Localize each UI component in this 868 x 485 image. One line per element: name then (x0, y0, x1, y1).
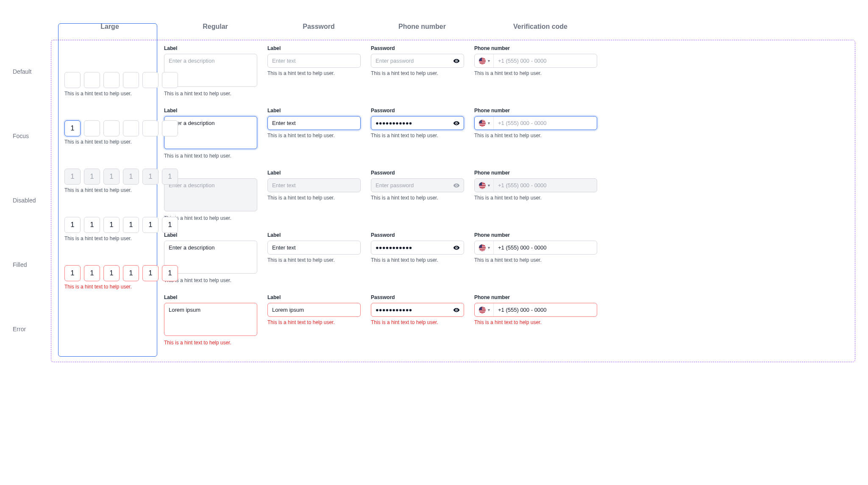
hint: This is a hint text to help user. (474, 133, 597, 139)
otp-box[interactable] (142, 72, 159, 88)
otp-box[interactable] (103, 217, 120, 233)
otp-box[interactable] (84, 72, 100, 88)
password-input[interactable] (371, 241, 464, 255)
hint: This is a hint text to help user. (371, 133, 464, 139)
regular-input[interactable] (267, 54, 361, 68)
chevron-down-icon: ▾ (488, 121, 490, 125)
spec-grid: Label This is a hint text to help user. … (51, 40, 855, 362)
otp-disabled: This is a hint text to help user. (64, 161, 151, 209)
hint: This is a hint text to help user. (164, 340, 257, 346)
otp-box[interactable] (162, 265, 178, 281)
large-focus: Label This is a hint text to help user. (164, 103, 257, 165)
verification-column: This is a hint text to help user. This i… (58, 23, 157, 357)
otp-box[interactable] (162, 120, 178, 136)
hint: This is a hint text to help user. (474, 257, 597, 263)
hint: This is a hint text to help user. (64, 139, 151, 145)
country-code-selector[interactable]: ▾ (475, 303, 494, 316)
regular-input[interactable] (267, 116, 361, 130)
field-label: Label (164, 294, 257, 300)
otp-box[interactable] (64, 217, 81, 233)
large-textarea[interactable] (164, 241, 257, 274)
row-label-disabled: Disabled (13, 169, 51, 224)
hint: This is a hint text to help user. (64, 91, 151, 97)
otp-box[interactable] (84, 265, 100, 281)
field-label: Phone number (474, 45, 597, 51)
regular-input[interactable] (267, 303, 361, 317)
hint: This is a hint text to help user. (474, 319, 597, 325)
hint: This is a hint text to help user. (164, 153, 257, 159)
otp-box[interactable] (84, 217, 100, 233)
hint: This is a hint text to help user. (267, 70, 361, 76)
phone-error: Phone number ▾ This is a hint text to he… (474, 289, 597, 352)
field-label: Label (267, 45, 361, 51)
eye-icon[interactable] (453, 307, 460, 313)
otp-box[interactable] (162, 72, 178, 88)
row-label-filled: Filled (13, 233, 51, 288)
password-error: Password This is a hint text to help use… (371, 289, 464, 352)
phone-focus: Phone number ▾ This is a hint text to he… (474, 103, 597, 165)
otp-box[interactable] (162, 217, 178, 233)
otp-box[interactable] (64, 72, 81, 88)
field-label: Label (267, 108, 361, 114)
chevron-down-icon: ▾ (488, 245, 490, 250)
otp-box[interactable] (103, 72, 120, 88)
regular-input (267, 178, 361, 192)
col-header-phone: Phone number (376, 17, 469, 40)
country-code-selector[interactable]: ▾ (475, 241, 494, 254)
otp-box[interactable] (103, 120, 120, 136)
otp-box[interactable] (84, 120, 100, 136)
col-header-regular: Regular (169, 17, 262, 40)
us-flag-icon (479, 58, 486, 64)
password-input (371, 178, 464, 192)
field-label: Label (267, 294, 361, 300)
large-textarea[interactable] (164, 303, 257, 336)
otp-box[interactable] (123, 72, 139, 88)
password-default: Password This is a hint text to help use… (371, 40, 464, 103)
hint: This is a hint text to help user. (371, 319, 464, 325)
hint: This is a hint text to help user. (371, 195, 464, 201)
phone-input[interactable] (494, 54, 597, 67)
eye-icon[interactable] (453, 120, 460, 127)
otp-box[interactable] (142, 217, 159, 233)
large-disabled: Label This is a hint text to help user. (164, 165, 257, 227)
otp-box[interactable] (64, 120, 81, 136)
large-textarea[interactable] (164, 116, 257, 149)
eye-icon[interactable] (453, 244, 460, 251)
phone-input[interactable] (494, 116, 597, 130)
password-input[interactable] (371, 116, 464, 130)
otp-box[interactable] (64, 265, 81, 281)
otp-box[interactable] (123, 120, 139, 136)
otp-box[interactable] (123, 217, 139, 233)
field-label: Phone number (474, 232, 597, 238)
field-label: Password (371, 294, 464, 300)
phone-input[interactable] (494, 303, 597, 316)
hint: This is a hint text to help user. (64, 236, 151, 241)
regular-input[interactable] (267, 241, 361, 255)
row-label-error: Error (13, 297, 51, 352)
otp-box[interactable] (142, 265, 159, 281)
otp-box[interactable] (123, 265, 139, 281)
phone-input[interactable] (494, 241, 597, 254)
us-flag-icon (479, 244, 486, 251)
country-code-selector[interactable]: ▾ (475, 54, 494, 67)
otp-box[interactable] (103, 265, 120, 281)
regular-filled: Label This is a hint text to help user. (267, 227, 361, 289)
chevron-down-icon: ▾ (488, 58, 490, 63)
field-label: Phone number (474, 170, 597, 176)
otp-box (123, 169, 139, 185)
eye-icon (453, 182, 460, 189)
country-code-selector: ▾ (475, 179, 494, 192)
large-textarea[interactable] (164, 54, 257, 87)
hint: This is a hint text to help user. (371, 257, 464, 263)
password-input[interactable] (371, 303, 464, 317)
phone-filled: Phone number ▾ This is a hint text to he… (474, 227, 597, 289)
otp-box (103, 169, 120, 185)
large-filled: Label This is a hint text to help user. (164, 227, 257, 289)
country-code-selector[interactable]: ▾ (475, 116, 494, 130)
password-input[interactable] (371, 54, 464, 68)
field-label: Label (267, 232, 361, 238)
otp-box[interactable] (142, 120, 159, 136)
eye-icon[interactable] (453, 58, 460, 64)
field-label: Phone number (474, 294, 597, 300)
password-disabled: Password This is a hint text to help use… (371, 165, 464, 227)
